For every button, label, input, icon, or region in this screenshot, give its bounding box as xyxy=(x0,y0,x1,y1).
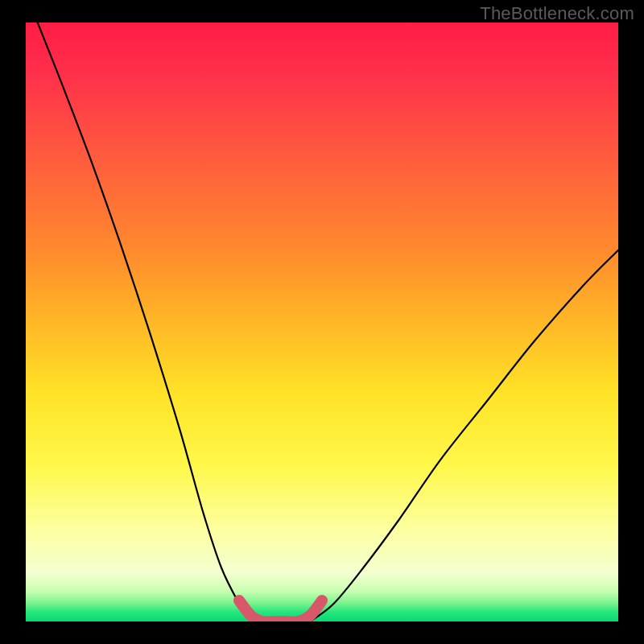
curve-right-black xyxy=(310,250,618,621)
plot-area xyxy=(26,23,618,621)
curve-left-black xyxy=(38,23,251,621)
curves-svg xyxy=(26,23,618,621)
floor-red-highlight xyxy=(239,601,322,621)
watermark-text: TheBottleneck.com xyxy=(480,3,634,24)
chart-frame: TheBottleneck.com xyxy=(0,0,644,644)
